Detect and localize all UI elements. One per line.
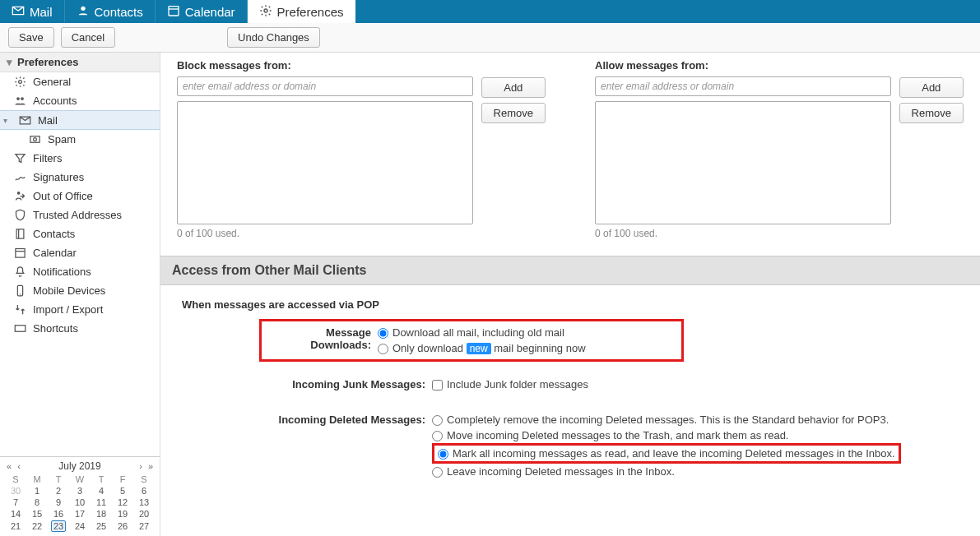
sidebar-item-calendar[interactable]: Calendar [0,243,160,262]
sidebar-item-label: Trusted Addresses [33,209,122,221]
sidebar-item-out-of-office[interactable]: Out of Office [0,187,160,206]
top-tabs: Mail Contacts Calendar Preferences [0,0,980,23]
spam-icon [28,132,41,146]
calendar-day[interactable]: 30 [5,485,26,497]
tab-contacts[interactable]: Contacts [65,0,156,23]
svg-point-6 [21,97,24,100]
radio-download-new[interactable] [378,344,388,354]
calendar-day[interactable]: 26 [112,520,133,533]
sidebar-item-general[interactable]: General [0,72,160,91]
calendar-day[interactable]: 18 [91,508,112,520]
allow-messages-section: Allow messages from: 0 of 100 used. Add … [595,59,964,239]
sidebar-item-mail[interactable]: ▾ Mail [0,110,160,130]
keyboard-icon [13,321,26,335]
book-icon [13,227,26,240]
calendar-day[interactable]: 17 [69,508,91,520]
allow-email-input[interactable] [595,76,891,96]
radio-download-all[interactable] [378,328,388,339]
svg-point-16 [19,293,20,294]
calendar-day[interactable]: 9 [48,497,69,508]
calendar-day[interactable]: 16 [48,508,69,520]
sidebar-item-trusted[interactable]: Trusted Addresses [0,206,160,224]
sidebar-item-label: Accounts [33,95,77,107]
downloads-opt-all[interactable]: Download all mail, including old mail [378,325,676,340]
calendar-day[interactable]: 7 [5,497,26,508]
block-list[interactable] [177,101,473,224]
sidebar-item-label: Shortcuts [33,322,78,335]
sidebar-item-mobile[interactable]: Mobile Devices [0,281,160,300]
sidebar-item-contacts[interactable]: Contacts [0,224,160,243]
calendar-day[interactable]: 3 [69,485,91,497]
tree-expand-icon[interactable]: ▾ [3,116,12,125]
cal-prev-year[interactable]: « [5,461,13,471]
sidebar-item-label: Signatures [33,171,84,183]
sidebar-item-signatures[interactable]: Signatures [0,168,160,187]
calendar-day[interactable]: 4 [91,485,112,497]
calendar-day[interactable]: 2 [48,485,69,497]
calendar-icon [13,246,26,259]
sidebar-item-filters[interactable]: Filters [0,149,160,168]
tab-label: Preferences [277,5,344,19]
save-button[interactable]: Save [8,27,54,48]
svg-point-9 [33,137,36,141]
allow-list[interactable] [595,101,891,224]
checkbox-junk[interactable] [432,380,443,390]
cal-prev-month[interactable]: ‹ [16,461,22,471]
calendar-day[interactable]: 5 [112,485,133,497]
sidebar-item-label: Import / Export [33,303,103,316]
radio-del-remove[interactable] [432,415,443,426]
calendar-day[interactable]: 21 [5,520,26,533]
gear-icon [13,75,26,88]
calendar-day[interactable]: 10 [69,497,91,508]
calendar-day[interactable]: 13 [133,497,155,508]
tab-mail[interactable]: Mail [0,0,65,23]
downloads-opt-new[interactable]: Only download new mail beginning now [378,340,676,356]
block-email-input[interactable] [177,76,473,96]
tab-calendar[interactable]: Calendar [156,0,248,23]
calendar-day[interactable]: 12 [112,497,133,508]
calendar-day[interactable]: 22 [26,520,48,533]
calendar-day[interactable]: 8 [26,497,48,508]
calendar-day[interactable]: 14 [5,508,26,520]
calendar-day[interactable]: 15 [26,508,48,520]
calendar-day[interactable]: 25 [91,520,112,533]
sidebar-item-import-export[interactable]: Import / Export [0,300,160,319]
sidebar-item-accounts[interactable]: Accounts [0,91,160,110]
calendar-day[interactable]: 19 [112,508,133,520]
cal-next-year[interactable]: » [146,461,155,471]
calendar-day[interactable]: 6 [133,485,155,497]
deleted-opt3[interactable]: Mark all incoming messages as read, and … [438,447,895,460]
allow-remove-button[interactable]: Remove [899,103,964,123]
calendar-day[interactable]: 27 [133,520,155,533]
allow-add-button[interactable]: Add [899,77,964,98]
calendar-day[interactable]: 24 [69,520,91,533]
radio-del-trash[interactable] [432,431,443,441]
cal-next-month[interactable]: › [137,461,144,471]
deleted-opt2[interactable]: Move incoming Deleted messages to the Tr… [432,427,964,443]
block-remove-button[interactable]: Remove [481,103,546,123]
svg-rect-17 [15,325,26,331]
block-add-button[interactable]: Add [481,77,546,98]
sidebar-item-label: Out of Office [33,190,93,202]
calendar-day[interactable]: 20 [133,508,155,520]
bell-icon [13,265,26,278]
deleted-opt1[interactable]: Completely remove the incoming Deleted m… [432,412,964,427]
junk-opt[interactable]: Include Junk folder messages [432,377,964,392]
sidebar-item-spam[interactable]: Spam [0,130,160,149]
calendar-title: July 2019 [58,460,100,472]
sidebar-item-notifications[interactable]: Notifications [0,262,160,281]
mail-icon [18,113,31,127]
tab-label: Contacts [95,5,143,19]
cancel-button[interactable]: Cancel [61,27,115,48]
tab-preferences[interactable]: Preferences [248,0,356,23]
allow-used-text: 0 of 100 used. [595,228,891,239]
calendar-day[interactable]: 23 [48,520,69,533]
radio-del-markread[interactable] [438,449,448,460]
undo-button[interactable]: Undo Changes [227,27,320,48]
sidebar-header[interactable]: ▾ Preferences [0,53,160,72]
radio-del-leave[interactable] [432,467,443,478]
deleted-opt4[interactable]: Leave incoming Deleted messages in the I… [432,464,964,479]
sidebar-item-shortcuts[interactable]: Shortcuts [0,319,160,338]
calendar-day[interactable]: 1 [26,485,48,497]
calendar-day[interactable]: 11 [91,497,112,508]
